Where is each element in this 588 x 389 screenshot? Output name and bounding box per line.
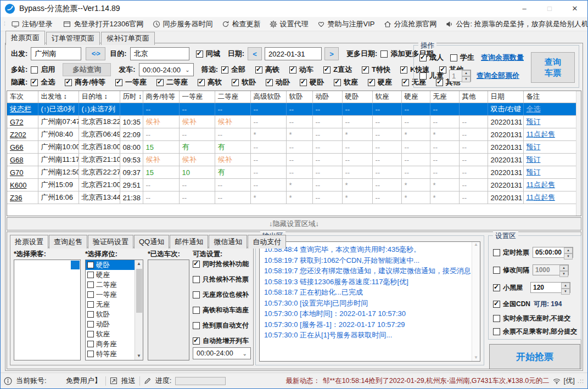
dest-input[interactable]: [130, 47, 189, 60]
date-prev-button[interactable]: <: [248, 47, 262, 60]
table-row[interactable]: G66广州南10:00北京西18:0008:0015有有------------…: [7, 141, 576, 154]
child-checkbox[interactable]: 儿童: [419, 71, 444, 81]
hide-checkbox[interactable]: 动卧: [266, 77, 290, 87]
hide-checkbox[interactable]: 商务/特等: [65, 77, 105, 87]
column-header[interactable]: 动卧: [312, 91, 342, 103]
table-row[interactable]: G70广州南12:50北京西22:2709:371510有-----------…: [7, 166, 576, 179]
column-header[interactable]: 历时 ↕: [120, 91, 143, 103]
hide-settings-divider[interactable]: ↓隐藏设置区域↓: [7, 217, 581, 230]
note-link[interactable]: 预订: [527, 117, 541, 126]
menu-sponsor-vip[interactable]: 赞助与注册VIP: [313, 19, 379, 29]
blacklist-stepper[interactable]: 120▲▼: [530, 282, 570, 293]
column-header[interactable]: 软座: [372, 91, 401, 103]
seat-option[interactable]: 软卧: [86, 309, 135, 319]
scroll-down-icon[interactable]: ▼: [137, 352, 141, 360]
step-down-icon[interactable]: ▼: [559, 271, 568, 277]
seat-option[interactable]: 硬座: [86, 270, 135, 280]
column-header[interactable]: 出发地 ↕: [38, 91, 79, 103]
seat-option[interactable]: 特等座: [86, 349, 135, 359]
note-link[interactable]: 预订: [527, 143, 541, 151]
menu-check-update[interactable]: 检查更新: [217, 19, 265, 29]
column-header[interactable]: 备注: [523, 91, 576, 103]
option-checkbox[interactable]: 高铁和动车选座: [193, 306, 252, 315]
table-status-row[interactable]: 状态栏(↑)已选0列(↓)未选7列--------------------双击/…: [7, 103, 576, 116]
option-checkbox[interactable]: 自动抢增开列车: [193, 336, 252, 346]
column-header[interactable]: 二等座: [215, 91, 250, 103]
start-grab-button[interactable]: 开始抢票: [489, 344, 580, 369]
menu-logout-login[interactable]: 注销/登录: [7, 19, 57, 29]
step-up-icon[interactable]: ▲: [564, 247, 573, 253]
column-header[interactable]: 软卧: [286, 91, 312, 103]
timed-grab-stepper[interactable]: 05:00:00▲▼: [533, 247, 573, 258]
table-scrollbar[interactable]: [576, 91, 581, 216]
table-row[interactable]: G68广州南11:17北京西21:1009:53候补候补候补----------…: [7, 154, 576, 166]
hide-checkbox[interactable]: 二等座: [156, 77, 188, 87]
table-row[interactable]: K600广州15:09北京西21:0029:51--------*--*--**…: [7, 179, 576, 191]
option-checkbox[interactable]: 无座席位也候补: [193, 290, 252, 300]
cdn-checkbox[interactable]: 全国CDN: [493, 300, 530, 309]
train-link[interactable]: 状态栏: [10, 105, 31, 113]
hide-checkbox[interactable]: 全选: [31, 77, 55, 87]
column-header[interactable]: 无座: [430, 91, 459, 103]
column-header[interactable]: 硬座: [401, 91, 430, 103]
seat-option[interactable]: 商务座: [86, 339, 135, 349]
option-checkbox[interactable]: 只抢候补不抢票: [193, 275, 252, 284]
train-link[interactable]: K600: [10, 181, 26, 189]
child-count-stepper[interactable]: 1 ▲▼: [449, 70, 471, 82]
column-header[interactable]: 高级软卧: [250, 91, 286, 103]
seat-option[interactable]: 软座: [86, 329, 135, 339]
maximize-button[interactable]: □: [537, 1, 562, 17]
train-link[interactable]: G66: [10, 143, 24, 151]
note-link[interactable]: 11点起售: [527, 130, 556, 138]
step-down-icon[interactable]: ▼: [561, 289, 570, 295]
menu-official-site[interactable]: 分流抢票官网: [379, 19, 441, 29]
train-link[interactable]: Z202: [10, 131, 26, 139]
scroll-thumb[interactable]: [136, 269, 142, 313]
interval-stepper[interactable]: 1000▲▼: [533, 264, 569, 275]
column-header[interactable]: 其他: [459, 91, 488, 103]
seat-option[interactable]: 无座: [86, 300, 135, 309]
menu-open-12306[interactable]: 免登录打开12306官网: [59, 19, 148, 29]
hide-checkbox[interactable]: 硬座: [368, 77, 392, 87]
multi-enable-checkbox[interactable]: 启用: [31, 65, 55, 75]
depart-input[interactable]: [31, 47, 81, 60]
filter-checkbox[interactable]: 动车: [289, 65, 313, 75]
tab-qq-notify[interactable]: QQ通知: [134, 235, 169, 249]
no-seat-checkbox[interactable]: 实时余票无座时,不提交: [493, 314, 570, 323]
option-checkbox[interactable]: 抢到票自动支付: [193, 321, 252, 330]
date-input[interactable]: [265, 47, 322, 60]
filter-checkbox[interactable]: 全部: [221, 65, 245, 75]
depart-time-select[interactable]: 00:00-24:00⌄: [139, 63, 194, 76]
column-header[interactable]: 车次: [7, 91, 38, 103]
log-output[interactable]: 10:58:48:4 查询完毕，本次查询共用时:435毫秒。10:58:19:7…: [259, 241, 480, 362]
column-header[interactable]: 一等座: [179, 91, 215, 103]
hide-checkbox[interactable]: 高软: [198, 77, 222, 87]
seat-option[interactable]: 动卧: [86, 319, 135, 329]
student-checkbox[interactable]: 学生: [450, 53, 474, 63]
hide-checkbox[interactable]: 软座: [334, 77, 358, 87]
seat-option[interactable]: 二等座: [86, 280, 135, 290]
step-up-icon[interactable]: ▲: [561, 283, 570, 289]
resize-grip-icon[interactable]: .::: [578, 377, 584, 384]
note-link[interactable]: 11点起售: [527, 193, 556, 201]
column-header[interactable]: 硬卧: [342, 91, 372, 103]
column-header[interactable]: 目的地 ↕: [79, 91, 120, 103]
hide-checkbox[interactable]: 硬卧: [300, 77, 324, 87]
filter-checkbox[interactable]: 高铁: [255, 65, 279, 75]
minimize-button[interactable]: –: [512, 1, 537, 17]
scroll-down-icon[interactable]: ▼: [472, 355, 480, 360]
hide-checkbox[interactable]: 一等座: [115, 77, 147, 87]
hide-checkbox[interactable]: 软卧: [232, 77, 256, 87]
train-link[interactable]: G72: [10, 118, 24, 126]
scroll-up-icon[interactable]: ▲: [474, 242, 478, 247]
seat-list-scrollbar[interactable]: ▲ ▼: [135, 260, 143, 360]
step-up-icon[interactable]: ▲: [462, 70, 471, 76]
passenger-listbox[interactable]: [14, 260, 81, 360]
selected-trains-listbox[interactable]: [148, 260, 189, 360]
filter-checkbox[interactable]: Z直达: [323, 65, 352, 75]
push-label[interactable]: 推送: [121, 376, 136, 386]
tab-grab-page[interactable]: 抢票页面: [5, 31, 45, 45]
step-up-icon[interactable]: ▲: [559, 265, 568, 271]
tab-grab-settings[interactable]: 抢票设置: [10, 235, 48, 249]
tab-captcha[interactable]: 验证码设置: [88, 235, 133, 249]
